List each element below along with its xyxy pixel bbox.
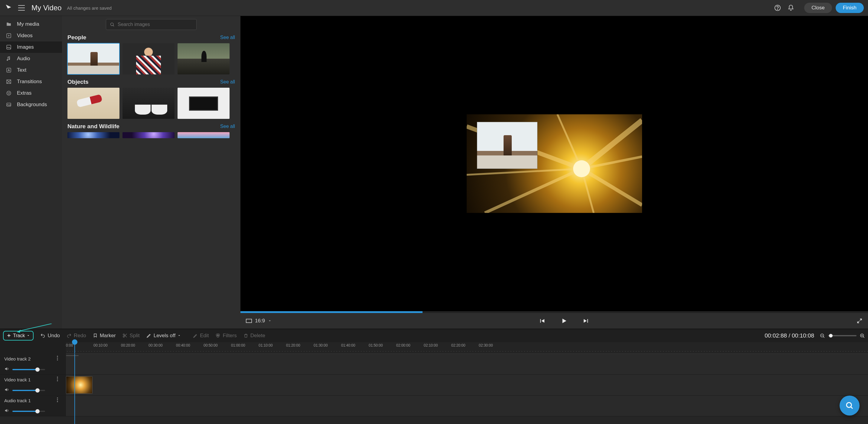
- section-title-people: People: [67, 34, 86, 41]
- volume-icon[interactable]: [4, 408, 9, 414]
- thumb-nature-1[interactable]: [67, 132, 120, 138]
- project-title[interactable]: My Video: [31, 4, 62, 12]
- split-button[interactable]: Split: [123, 333, 140, 339]
- thumb-objects-1[interactable]: [67, 88, 120, 119]
- chevron-down-icon: [178, 334, 181, 337]
- add-track-button[interactable]: Track: [3, 331, 34, 340]
- thumb-nature-3[interactable]: [178, 132, 229, 138]
- volume-icon[interactable]: [4, 366, 9, 372]
- ruler-tick: 01:00:00: [231, 343, 245, 347]
- nav-item-audio[interactable]: Audio: [0, 53, 62, 64]
- marker-button[interactable]: Marker: [93, 333, 116, 339]
- svg-point-31: [57, 359, 58, 360]
- redo-button[interactable]: Redo: [66, 333, 86, 339]
- undo-button[interactable]: Undo: [40, 333, 60, 339]
- track-lane[interactable]: [66, 396, 868, 416]
- search-icon: [110, 22, 115, 27]
- nav-label: Text: [17, 67, 26, 73]
- nav-item-extras[interactable]: Extras: [0, 87, 62, 99]
- nav-item-my-media[interactable]: My media: [0, 19, 62, 30]
- volume-slider[interactable]: [12, 411, 45, 412]
- search-input[interactable]: [118, 22, 193, 27]
- track-header: Audio track 1: [0, 396, 66, 416]
- timeline-clip[interactable]: [66, 355, 79, 356]
- delete-button[interactable]: Delete: [244, 333, 265, 339]
- thumb-nature-2[interactable]: [123, 132, 175, 138]
- menu-icon[interactable]: [18, 5, 25, 10]
- thumb-objects-3[interactable]: [178, 88, 229, 119]
- svg-rect-3: [7, 45, 11, 49]
- add-track-label: Track: [13, 333, 25, 338]
- image-icon: [5, 44, 12, 51]
- zoom-slider[interactable]: [828, 335, 857, 336]
- nav-item-images[interactable]: Images: [0, 41, 62, 53]
- close-button[interactable]: Close: [804, 3, 832, 13]
- timeline-ruler[interactable]: 0:0000:10:0000:20:0000:30:0000:40:0000:5…: [66, 342, 868, 354]
- nav-item-videos[interactable]: Videos: [0, 30, 62, 41]
- preview-progress[interactable]: [241, 311, 868, 313]
- marker-icon: [93, 333, 98, 338]
- zoom-out-icon[interactable]: [819, 333, 825, 338]
- svg-point-18: [573, 160, 590, 177]
- prev-button[interactable]: [538, 317, 546, 325]
- levels-button[interactable]: Levels off: [146, 333, 181, 339]
- bell-icon[interactable]: [787, 4, 795, 11]
- svg-point-30: [57, 358, 58, 358]
- nav-label: Audio: [17, 56, 30, 62]
- svg-point-7: [9, 93, 10, 93]
- nav-label: Extras: [17, 90, 31, 96]
- play-button[interactable]: [560, 317, 568, 325]
- nav-label: Videos: [17, 33, 33, 39]
- ruler-tick: 0:00: [66, 343, 73, 347]
- volume-slider[interactable]: [12, 390, 45, 391]
- aspect-ratio-selector[interactable]: 16:9: [246, 318, 272, 324]
- undo-icon: [40, 333, 45, 338]
- svg-point-22: [123, 334, 124, 335]
- thumb-people-2[interactable]: [123, 43, 175, 74]
- preview-overlay-image: [477, 122, 537, 169]
- track-header: Video track 1: [0, 375, 66, 395]
- svg-line-12: [485, 169, 582, 213]
- svg-point-35: [57, 397, 58, 398]
- thumb-objects-2[interactable]: [123, 88, 175, 119]
- nav-label: Images: [17, 44, 34, 50]
- app-logo[interactable]: [4, 4, 13, 12]
- filters-button[interactable]: Filters: [215, 333, 237, 339]
- thumb-people-3[interactable]: [178, 43, 229, 74]
- nav-item-text[interactable]: Text: [0, 64, 62, 76]
- volume-slider[interactable]: [12, 369, 45, 370]
- timeline-clip[interactable]: [66, 376, 93, 394]
- track-menu-icon[interactable]: [57, 397, 62, 403]
- svg-point-32: [57, 376, 58, 377]
- see-all-nature[interactable]: See all: [220, 124, 235, 129]
- nav-item-backgrounds[interactable]: Backgrounds: [0, 99, 62, 111]
- svg-line-11: [467, 169, 582, 175]
- track-menu-icon[interactable]: [57, 356, 62, 362]
- ruler-tick: 00:20:00: [121, 343, 135, 347]
- finish-button[interactable]: Finish: [836, 3, 864, 13]
- edit-button[interactable]: Edit: [193, 333, 209, 339]
- search-input-wrap[interactable]: [106, 19, 196, 30]
- volume-icon[interactable]: [4, 387, 9, 393]
- track-lane[interactable]: [66, 375, 868, 395]
- help-icon[interactable]: [774, 4, 781, 11]
- see-all-people[interactable]: See all: [220, 35, 235, 40]
- preview-canvas[interactable]: [241, 16, 868, 311]
- section-title-nature: Nature and Wildlife: [67, 123, 120, 130]
- thumb-people-1[interactable]: [67, 43, 120, 74]
- track-menu-icon[interactable]: [57, 376, 62, 383]
- track-lane[interactable]: [66, 354, 868, 374]
- svg-point-6: [8, 93, 8, 93]
- fullscreen-button[interactable]: [857, 318, 863, 324]
- ruler-tick: 00:50:00: [204, 343, 218, 347]
- nav-item-transitions[interactable]: Transitions: [0, 76, 62, 87]
- playhead-line[interactable]: [74, 354, 75, 424]
- zoom-in-icon[interactable]: [860, 333, 865, 338]
- chat-fab[interactable]: [840, 396, 860, 416]
- svg-point-29: [57, 356, 58, 357]
- see-all-objects[interactable]: See all: [220, 79, 235, 85]
- playhead[interactable]: [74, 342, 75, 354]
- ruler-tick: 01:20:00: [286, 343, 300, 347]
- next-button[interactable]: [583, 317, 590, 325]
- search-icon: [845, 401, 854, 410]
